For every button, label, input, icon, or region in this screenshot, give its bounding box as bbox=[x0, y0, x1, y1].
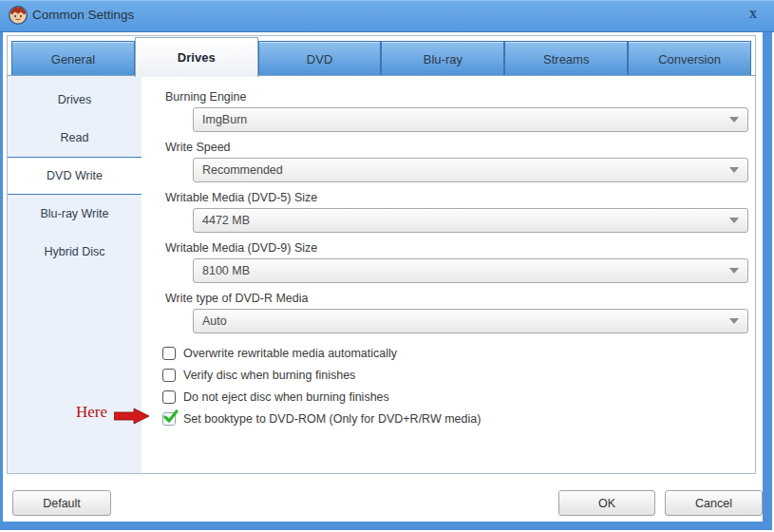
checkbox-label: Set booktype to DVD-ROM (Only for DVD+R/… bbox=[183, 412, 481, 426]
arrow-right-icon bbox=[114, 408, 152, 425]
sidebar-item-hybrid-disc[interactable]: Hybrid Disc bbox=[8, 233, 142, 271]
checkbox-row-do-not-eject-disc-when-burning-finishes: Do not eject disc when burning finishes bbox=[162, 386, 755, 408]
chevron-down-icon bbox=[729, 268, 739, 274]
common-settings-dialog: Common Settings x GeneralDrivesDVDBlu-ra… bbox=[0, 0, 774, 532]
checkbox-row-overwrite-rewritable-media-automatically: Overwrite rewritable media automatically bbox=[162, 342, 755, 364]
chevron-down-icon bbox=[729, 318, 739, 324]
field-write-type-of-dvd-r-media: Write type of DVD-R MediaAuto bbox=[142, 291, 755, 333]
sidebar-item-read[interactable]: Read bbox=[8, 119, 142, 157]
field-writable-media-dvd-9-size: Writable Media (DVD-9) Size8100 MB bbox=[142, 240, 755, 283]
close-icon[interactable]: x bbox=[745, 5, 762, 24]
field-list: Burning EngineImgBurnWrite SpeedRecommen… bbox=[142, 89, 755, 333]
field-label: Burning Engine bbox=[165, 89, 755, 104]
default-button[interactable]: Default bbox=[12, 490, 111, 516]
field-label: Write type of DVD-R Media bbox=[165, 291, 755, 306]
dropdown-value: 4472 MB bbox=[202, 214, 250, 227]
dropdown-value: Recommended bbox=[202, 163, 283, 177]
checkbox-do-not-eject-disc-when-burning-finishes[interactable] bbox=[162, 390, 176, 404]
checkbox-row-verify-disc-when-burning-finishes: Verify disc when burning finishes bbox=[162, 364, 755, 386]
dropdown-value: 8100 MB bbox=[202, 264, 250, 277]
field-label: Write Speed bbox=[165, 140, 755, 155]
titlebar: Common Settings x bbox=[0, 0, 774, 32]
tab-conversion[interactable]: Conversion bbox=[628, 41, 751, 76]
tab-streams[interactable]: Streams bbox=[504, 41, 628, 76]
cancel-button[interactable]: Cancel bbox=[665, 490, 763, 516]
chevron-down-icon bbox=[729, 117, 739, 123]
tab-general[interactable]: General bbox=[11, 41, 135, 76]
field-writable-media-dvd-5-size: Writable Media (DVD-5) Size4472 MB bbox=[142, 190, 755, 233]
sidebar-item-dvd-write[interactable]: DVD Write bbox=[8, 157, 142, 195]
checkbox-overwrite-rewritable-media-automatically[interactable] bbox=[162, 347, 176, 360]
dropdown-burning-engine[interactable]: ImgBurn bbox=[193, 107, 748, 132]
checkbox-group: Overwrite rewritable media automatically… bbox=[142, 342, 755, 429]
dvd-write-settings: Burning EngineImgBurnWrite SpeedRecommen… bbox=[142, 76, 755, 473]
checkbox-verify-disc-when-burning-finishes[interactable] bbox=[162, 369, 176, 382]
checkbox-label: Overwrite rewritable media automatically bbox=[183, 347, 397, 360]
chevron-down-icon bbox=[729, 167, 739, 173]
dropdown-write-type-of-dvd-r-media[interactable]: Auto bbox=[193, 309, 748, 333]
annotation-label: Here bbox=[76, 403, 107, 422]
field-label: Writable Media (DVD-9) Size bbox=[165, 240, 755, 256]
tab-dvd[interactable]: DVD bbox=[258, 41, 382, 76]
dropdown-writable-media-dvd-5-size[interactable]: 4472 MB bbox=[193, 208, 748, 233]
sidebar-item-blu-ray-write[interactable]: Blu-ray Write bbox=[8, 195, 142, 233]
tab-drives[interactable]: Drives bbox=[135, 37, 258, 77]
checkbox-label: Verify disc when burning finishes bbox=[183, 369, 355, 382]
check-icon bbox=[162, 408, 179, 426]
checkbox-set-booktype-to-dvd-rom-only-for-dvd-r-rw-media[interactable] bbox=[162, 412, 176, 426]
dropdown-writable-media-dvd-9-size[interactable]: 8100 MB bbox=[193, 258, 748, 283]
dropdown-value: Auto bbox=[202, 314, 227, 328]
dropdown-write-speed[interactable]: Recommended bbox=[193, 158, 748, 182]
checkbox-label: Do not eject disc when burning finishes bbox=[183, 390, 389, 404]
checkbox-row-set-booktype-to-dvd-rom-only-for-dvd-r-rw-media: Set booktype to DVD-ROM (Only for DVD+R/… bbox=[162, 408, 755, 429]
dropdown-value: ImgBurn bbox=[202, 113, 247, 126]
field-label: Writable Media (DVD-5) Size bbox=[165, 190, 755, 205]
sidebar-item-drives[interactable]: Drives bbox=[8, 81, 142, 119]
ok-button[interactable]: OK bbox=[558, 490, 655, 516]
tab-blu-ray[interactable]: Blu-ray bbox=[381, 41, 504, 76]
tab-bar: GeneralDrivesDVDBlu-rayStreamsConversion bbox=[8, 36, 755, 76]
field-burning-engine: Burning EngineImgBurn bbox=[142, 89, 755, 132]
chevron-down-icon bbox=[729, 218, 739, 223]
window-title: Common Settings bbox=[32, 8, 134, 22]
app-logo-icon bbox=[8, 5, 28, 26]
field-write-speed: Write SpeedRecommended bbox=[142, 140, 755, 182]
